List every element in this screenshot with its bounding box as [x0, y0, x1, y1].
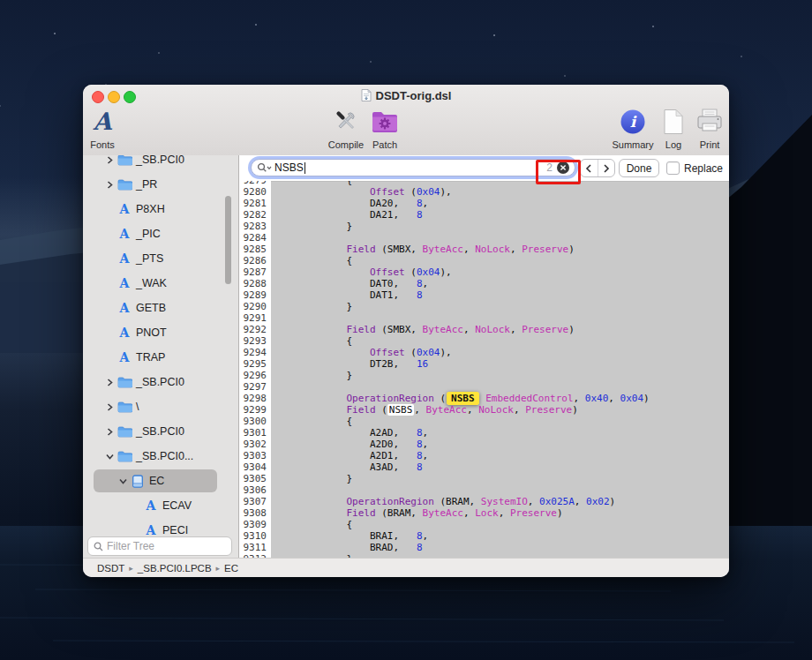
- code-text: Offset (0x04),: [271, 186, 729, 198]
- code-text: A2D1, 8,: [271, 450, 729, 461]
- code-line: 9311 BRAD, 8: [239, 542, 729, 553]
- line-number: 9298: [239, 393, 271, 404]
- code-text: Offset (0x04),: [271, 266, 729, 278]
- patch-button[interactable]: Patch: [365, 102, 404, 150]
- code-line: 9286 {: [239, 255, 729, 266]
- disclosure-toggle[interactable]: [104, 444, 116, 469]
- sidebar-item-pic[interactable]: A_PIC: [83, 221, 238, 246]
- next-match-button[interactable]: [598, 160, 615, 176]
- code-text: {: [271, 416, 729, 427]
- code-text: Field (SMBX, ByteAcc, NoLock, Preserve): [271, 244, 729, 255]
- chevron-left-icon: [585, 164, 592, 173]
- line-number: 9286: [239, 255, 271, 266]
- sidebar-item-[interactable]: \: [83, 394, 238, 419]
- disclosure-toggle[interactable]: [104, 370, 116, 394]
- line-number: 9283: [239, 221, 271, 232]
- method-icon: A: [116, 320, 133, 345]
- disclosure-chevron-icon: [106, 428, 114, 436]
- code-line: 9280 Offset (0x04),: [239, 186, 729, 198]
- app-window: DSDT-orig.dsl A Fonts: [83, 85, 729, 577]
- line-number: 9311: [239, 542, 271, 553]
- code-text: DA20, 8,: [271, 198, 729, 209]
- folder-icon: [117, 179, 132, 191]
- device-icon: [129, 469, 147, 493]
- code-text: Offset (0x04),: [271, 347, 729, 358]
- sidebar-item-wak[interactable]: A_WAK: [83, 271, 238, 296]
- printer-icon: [695, 106, 724, 138]
- sidebar-item-p8xh[interactable]: AP8XH: [83, 197, 238, 221]
- summary-button[interactable]: i Summary: [607, 102, 658, 150]
- code-text: BRAD, 8: [271, 542, 729, 553]
- sidebar-scrollbar[interactable]: [225, 196, 231, 284]
- code-editor[interactable]: 9279 {9280 Offset (0x04),9281 DA20, 8,92…: [239, 181, 729, 559]
- sidebar-item-pr[interactable]: _PR: [83, 172, 238, 197]
- fonts-button[interactable]: A Fonts: [83, 102, 122, 150]
- search-icon: [94, 542, 103, 551]
- sidebar-item-trap[interactable]: ATRAP: [83, 345, 238, 370]
- method-icon: A: [142, 518, 160, 543]
- line-number: 9304: [239, 461, 271, 473]
- sidebar-item-sbpci0[interactable]: _SB.PCI0: [83, 370, 238, 394]
- compile-button[interactable]: Compile: [323, 102, 369, 150]
- disclosure-toggle[interactable]: [104, 419, 116, 444]
- code-text: }: [271, 301, 729, 312]
- disclosure-toggle[interactable]: [104, 172, 116, 197]
- done-button[interactable]: Done: [619, 159, 659, 177]
- sidebar-item-ec[interactable]: EC: [83, 469, 238, 493]
- disclosure-chevron-icon: [106, 379, 114, 386]
- code-line: 9285 Field (SMBX, ByteAcc, NoLock, Prese…: [239, 244, 729, 255]
- code-line: 9295 DT2B, 16: [239, 358, 729, 370]
- code-line: 9281 DA20, 8,: [239, 198, 729, 209]
- line-number: 9287: [239, 266, 271, 278]
- sidebar-item-pnot[interactable]: APNOT: [83, 320, 238, 345]
- code-line: 9284: [239, 232, 729, 244]
- code-line: 9308 Field (BRAM, ByteAcc, Lock, Preserv…: [239, 507, 729, 519]
- sidebar-item-getb[interactable]: AGETB: [83, 296, 238, 320]
- close-icon: [560, 164, 567, 171]
- title-row: DSDT-orig.dsl: [83, 87, 729, 103]
- sidebar-item-pts[interactable]: A_PTS: [83, 246, 238, 271]
- sidebar-item-label: _PTS: [136, 252, 163, 265]
- sidebar-item-sbpci0[interactable]: _SB.PCI0: [83, 419, 238, 444]
- method-icon: A: [116, 246, 133, 271]
- search-query: NSBS: [274, 161, 304, 174]
- filter-tree-input[interactable]: Filter Tree: [87, 536, 232, 556]
- code-text: Field (SMBX, ByteAcc, NoLock, Preserve): [271, 324, 729, 335]
- code-text: [271, 232, 729, 244]
- replace-checkbox[interactable]: [666, 161, 680, 175]
- search-menu-icon[interactable]: [257, 162, 272, 173]
- line-number: 9299: [239, 404, 271, 416]
- sidebar-item-sbpci0[interactable]: _SB.PCI0: [83, 155, 238, 172]
- sidebar-item-label: _PR: [136, 178, 157, 191]
- replace-label: Replace: [684, 162, 723, 175]
- code-text: {: [271, 519, 729, 530]
- disclosure-toggle[interactable]: [104, 155, 116, 172]
- disclosure-chevron-icon: [106, 403, 114, 411]
- previous-match-button[interactable]: [581, 160, 598, 176]
- disclosure-toggle: [104, 320, 116, 345]
- method-icon: A: [116, 296, 133, 320]
- code-line: 9301 A2AD, 8,: [239, 427, 729, 439]
- disclosure-toggle: [104, 345, 116, 370]
- clear-search-button[interactable]: [557, 161, 569, 174]
- line-number: 9310: [239, 530, 271, 542]
- sidebar-item-sbpci0[interactable]: _SB.PCI0...: [83, 444, 238, 469]
- line-number: 9305: [239, 473, 271, 484]
- disclosure-chevron-icon: [119, 477, 127, 485]
- code-text: {: [271, 335, 729, 347]
- disclosure-chevron-icon: [106, 156, 114, 164]
- sidebar-item-ecav[interactable]: AECAV: [83, 493, 238, 518]
- text-caret: [304, 162, 305, 174]
- search-input[interactable]: NSBS 2: [251, 159, 575, 176]
- breadcrumb-separator: ▸: [129, 564, 133, 573]
- log-button[interactable]: Log: [658, 102, 688, 150]
- print-button[interactable]: Print: [693, 102, 726, 150]
- disclosure-toggle[interactable]: [104, 394, 116, 419]
- sidebar-item-label: _SB.PCI0: [136, 376, 184, 388]
- disclosure-toggle[interactable]: [117, 469, 129, 493]
- match-count-badge: 2: [546, 161, 553, 174]
- folder-icon: [116, 444, 133, 469]
- code-text: DT2B, 16: [271, 358, 729, 370]
- code-text: }: [271, 473, 729, 484]
- code-text: {: [271, 255, 729, 266]
